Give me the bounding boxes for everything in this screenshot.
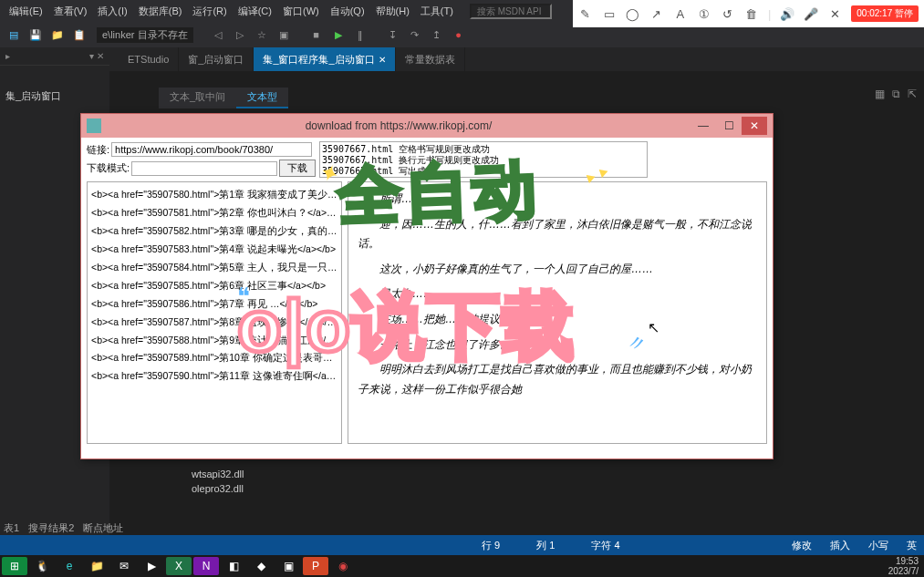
new-icon[interactable]: ▤ xyxy=(5,29,22,41)
status-line: 行 9 xyxy=(482,539,500,552)
menu-edit[interactable]: 编辑(E) xyxy=(4,3,48,20)
content-line: 这次，小奶子好像真的生气了，一个人回了自己的屋…… xyxy=(358,260,757,280)
tab-const[interactable]: 常量数据表 xyxy=(396,47,465,71)
tab-window[interactable]: 窗_启动窗口 xyxy=(179,47,254,71)
number-icon[interactable]: ① xyxy=(697,6,711,21)
list-item[interactable]: <b><a href="35907588.html">第9章 统计多猫的江念</… xyxy=(91,332,337,350)
status-lang: 英 xyxy=(907,539,917,552)
status-char: 字符 4 xyxy=(591,539,619,552)
close-icon[interactable]: ✕ xyxy=(379,55,386,65)
output-tab-3[interactable]: 断点地址 xyxy=(83,521,123,535)
play-icon[interactable]: ▶ xyxy=(330,29,347,41)
mic-icon[interactable]: 🎤 xyxy=(804,6,818,21)
msdn-search-input[interactable] xyxy=(470,4,552,19)
list-item[interactable]: <b><a href="35907581.html">第2章 你也叫沐白？</a… xyxy=(91,204,337,222)
step-out-icon[interactable]: ↥ xyxy=(429,29,445,41)
nav-fwd-icon[interactable]: ▷ xyxy=(232,29,248,41)
url-input[interactable] xyxy=(111,142,312,157)
tray-clock[interactable]: 19:53 2023/7/ xyxy=(888,556,922,576)
taskbar: ⊞ 🐧 e 📁 ✉ ▶ X N ◧ ◆ ▣ P ◉ 19:53 2023/7/ xyxy=(0,555,924,577)
task-explorer[interactable]: 📁 xyxy=(84,557,109,575)
menu-db[interactable]: 数据库(B) xyxy=(133,3,188,20)
menu-help[interactable]: 帮助(H) xyxy=(370,3,415,20)
list-item[interactable]: <b><a href="35907586.html">第7章 再见 …</a><… xyxy=(91,295,337,314)
arrow-icon[interactable]: ↗ xyxy=(649,6,664,21)
menu-run[interactable]: 运行(R) xyxy=(187,3,232,20)
inner-tab-2[interactable]: 文本型 xyxy=(236,88,288,108)
output-tab-1[interactable]: 表1 xyxy=(4,521,19,535)
circle-icon[interactable]: ◯ xyxy=(626,6,640,21)
save-icon[interactable]: 💾 xyxy=(27,29,44,41)
close-recorder-icon[interactable]: ✕ xyxy=(827,6,842,21)
close-button[interactable]: ✕ xyxy=(742,117,767,135)
pointer-icon[interactable]: ✎ xyxy=(578,6,593,21)
star-icon[interactable]: ☆ xyxy=(254,29,270,41)
list-item[interactable]: <b><a href="35907583.html">第4章 说起未曝光</a>… xyxy=(91,241,337,259)
breakpoint-icon[interactable]: ● xyxy=(451,29,467,40)
menu-auto[interactable]: 自动(Q) xyxy=(325,3,370,20)
task-onenote[interactable]: N xyxy=(193,557,219,575)
task-app4[interactable]: ◉ xyxy=(330,557,356,575)
list-item[interactable]: <b><a href="35907582.html">第3章 哪是的少女，真的是… xyxy=(91,222,337,241)
menu-tools[interactable]: 工具(T) xyxy=(415,3,459,20)
content-line: 一路上，江念也想了许多。 xyxy=(358,335,757,355)
task-excel[interactable]: X xyxy=(166,557,192,575)
content-preview[interactable]: 所谓…… 迎，因……生的人，什……看到了家里，沐白依旧像是赌气一般，不和江念说话… xyxy=(348,181,767,444)
record-timer[interactable]: 00:02:17 暂停 xyxy=(851,5,919,22)
menu-window[interactable]: 窗口(W) xyxy=(277,3,325,20)
pause-icon[interactable]: ‖ xyxy=(352,29,369,41)
output-tab-2[interactable]: 搜寻结果2 xyxy=(28,521,74,535)
dll-item[interactable]: olepro32.dll xyxy=(192,481,244,496)
log-output: 35907667.html 空格书写规则更改成功 35907667.html 换… xyxy=(319,141,648,178)
step-over-icon[interactable]: ↷ xyxy=(407,29,423,41)
chapter-list[interactable]: <b><a href="35907580.html">第1章 我家猫变成了美少女… xyxy=(87,181,342,444)
bookmark-icon[interactable]: ▣ xyxy=(275,29,292,41)
undo-icon[interactable]: ↺ xyxy=(721,6,735,21)
tree-item[interactable]: 集_启动窗口 xyxy=(5,88,104,105)
dlwin-titlebar[interactable]: download from https://www.rikopj.com/ — … xyxy=(81,114,773,138)
list-item[interactable]: <b><a href="35907584.html">第5章 主人，我只是一只小… xyxy=(91,259,337,277)
download-button[interactable]: 下载 xyxy=(279,160,316,177)
output-tabs: 表1 搜寻结果2 断点地址 xyxy=(0,521,123,535)
list-item[interactable]: <b><a href="35907590.html">第11章 这像谁寄住啊</… xyxy=(91,367,337,386)
list-item[interactable]: <b><a href="35907589.html">第10章 你确定这是表哥？… xyxy=(91,349,337,367)
start-button[interactable]: ⊞ xyxy=(2,557,27,575)
copy-right-icon[interactable]: ⧉ xyxy=(892,88,900,100)
sound-icon[interactable]: 🔊 xyxy=(780,6,794,21)
dll-list: wtsapi32.dll olepro32.dll xyxy=(192,467,244,496)
task-app2[interactable]: ◆ xyxy=(248,557,274,575)
dll-item[interactable]: wtsapi32.dll xyxy=(192,467,244,481)
task-ppt[interactable]: P xyxy=(303,557,328,575)
task-edge[interactable]: e xyxy=(57,557,82,575)
layout-icon[interactable]: ▦ xyxy=(875,88,885,100)
list-item[interactable]: <b><a href="35907585.html">第6章 社区三事</a><… xyxy=(91,277,337,295)
menu-insert[interactable]: 插入(I) xyxy=(92,3,132,20)
task-video[interactable]: ▶ xyxy=(139,557,164,575)
tab-etstudio[interactable]: ETStudio xyxy=(119,47,179,71)
task-qq[interactable]: 🐧 xyxy=(29,557,55,575)
open-icon[interactable]: 📁 xyxy=(49,29,66,41)
stop-icon[interactable]: ■ xyxy=(308,29,325,40)
tab-assembly[interactable]: 集_窗口程序集_启动窗口✕ xyxy=(254,47,395,71)
minimize-button[interactable]: — xyxy=(690,117,716,135)
task-app1[interactable]: ◧ xyxy=(221,557,246,575)
nav-back-icon[interactable]: ◁ xyxy=(210,29,226,41)
menu-view[interactable]: 查看(V) xyxy=(48,3,93,20)
sidebar-header: ▸▾ ✕ xyxy=(0,47,109,66)
editor-tabs: ETStudio 窗_启动窗口 集_窗口程序集_启动窗口✕ 常量数据表 xyxy=(0,47,924,71)
list-item[interactable]: <b><a href="35907580.html">第1章 我家猫变成了美少女… xyxy=(91,186,337,204)
trash-icon[interactable]: 🗑 xyxy=(744,6,759,21)
download-window: download from https://www.rikopj.com/ — … xyxy=(80,113,773,459)
step-into-icon[interactable]: ↧ xyxy=(385,29,401,41)
rect-icon[interactable]: ▭ xyxy=(602,6,617,21)
text-icon[interactable]: A xyxy=(673,6,688,21)
task-mail[interactable]: ✉ xyxy=(111,557,137,575)
menu-compile[interactable]: 编译(C) xyxy=(233,3,277,20)
inner-tab-1[interactable]: 文本_取中间 xyxy=(159,88,236,108)
maximize-button[interactable]: ☐ xyxy=(716,117,742,135)
export-icon[interactable]: ⇱ xyxy=(908,88,917,100)
task-app3[interactable]: ▣ xyxy=(275,557,301,575)
mode-input[interactable] xyxy=(131,161,277,176)
copy-icon[interactable]: 📋 xyxy=(71,29,88,41)
list-item[interactable]: <b><a href="35907587.html">第8章 送玫瑰惨 …</a… xyxy=(91,314,337,332)
